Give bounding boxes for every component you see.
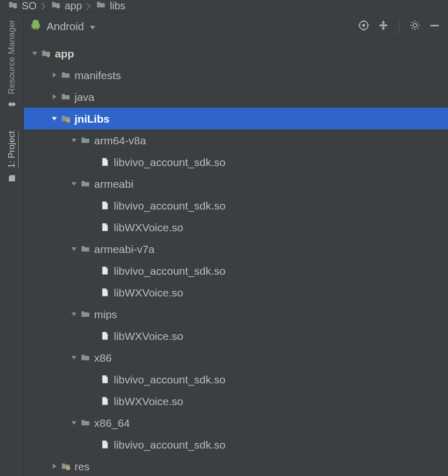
tree-row[interactable]: java [24, 86, 448, 108]
separator [399, 19, 399, 34]
tree-row[interactable]: armeabi-v7a [24, 238, 448, 260]
tree-row[interactable]: jniLibs [24, 108, 448, 129]
tree-row[interactable]: x86 [24, 347, 448, 368]
tree-row[interactable]: libWXVoice.so [24, 216, 448, 238]
folder-icon [79, 179, 92, 188]
breadcrumb-label: SO [22, 0, 37, 12]
expand-arrow-icon [69, 311, 79, 317]
tree-row[interactable]: res [24, 455, 448, 476]
file-icon [98, 374, 112, 384]
folder-icon [59, 70, 72, 80]
folder-icon [79, 244, 92, 254]
tree-row-label: libvivo_account_sdk.so [114, 439, 226, 450]
tree-row[interactable]: x86_64 [24, 412, 448, 434]
tree-row-label: libvivo_account_sdk.so [114, 200, 226, 211]
expand-arrow-icon [30, 51, 39, 56]
tree-row[interactable]: mips [24, 303, 448, 325]
tree-row-label: libWXVoice.so [114, 222, 183, 233]
tree-row[interactable]: libvivo_account_sdk.so [24, 260, 448, 281]
chevron-right-icon [86, 3, 91, 10]
tree-row-label: jniLibs [74, 113, 110, 124]
tab-resource-manager[interactable]: Resource Manager [5, 12, 19, 116]
project-tree[interactable]: appmanifestsjavajniLibsarm64-v8alibvivo_… [24, 40, 448, 476]
tree-row[interactable]: libWXVoice.so [24, 325, 448, 347]
tool-window-strip: Resource Manager 1: Project [0, 12, 24, 476]
tree-row[interactable]: libvivo_account_sdk.so [24, 368, 448, 390]
tab-label: Resource Manager [7, 20, 17, 95]
project-panel-header: Android [24, 12, 448, 40]
tree-row-label: manifests [74, 70, 121, 81]
folder-icon [95, 0, 107, 12]
expand-arrow-icon [50, 463, 59, 469]
settings-button[interactable] [408, 19, 422, 34]
tree-row-label: libvivo_account_sdk.so [114, 265, 226, 276]
chevron-right-icon [41, 3, 46, 10]
breadcrumb-item[interactable]: app [50, 0, 82, 12]
expand-arrow-icon [69, 355, 79, 360]
file-icon [98, 157, 112, 167]
tree-row-label: app [55, 48, 74, 59]
tree-row[interactable]: manifests [24, 64, 448, 86]
tree-row[interactable]: libWXVoice.so [24, 281, 448, 303]
tree-row[interactable]: libvivo_account_sdk.so [24, 434, 448, 455]
module-icon [39, 49, 53, 58]
view-selector-label: Android [47, 20, 84, 33]
tree-row-label: x86 [94, 352, 112, 363]
file-icon [98, 222, 112, 232]
tree-row-label: libWXVoice.so [114, 331, 183, 341]
module-folder-icon [7, 0, 19, 12]
expand-arrow-icon [50, 116, 59, 121]
gear-icon [409, 20, 421, 33]
locate-button[interactable] [356, 19, 371, 34]
collapse-icon [378, 20, 389, 33]
tree-row[interactable]: libWXVoice.so [24, 390, 448, 412]
project-icon [7, 173, 17, 182]
breadcrumb-item[interactable]: SO [7, 0, 37, 12]
tree-row-label: res [74, 461, 89, 472]
collapse-all-button[interactable] [376, 19, 391, 34]
breadcrumb-label: app [65, 0, 82, 12]
tree-row-label: libvivo_account_sdk.so [114, 374, 226, 385]
tree-row[interactable]: app [24, 42, 448, 64]
tab-project[interactable]: 1: Project [5, 124, 19, 190]
folder-res-icon [59, 462, 72, 471]
expand-arrow-icon [50, 72, 59, 78]
tree-row-label: arm64-v8a [94, 135, 146, 146]
file-icon [98, 200, 112, 211]
folder-icon [59, 92, 72, 101]
tree-row-label: armeabi [94, 178, 133, 189]
dropdown-arrow-icon [89, 20, 96, 33]
breadcrumb-item[interactable]: libs [95, 0, 125, 12]
target-icon [358, 20, 369, 33]
tree-row-label: libvivo_account_sdk.so [114, 157, 226, 168]
expand-arrow-icon [69, 138, 79, 143]
module-folder-icon [50, 0, 62, 12]
folder-icon [79, 418, 92, 427]
tree-row[interactable]: arm64-v8a [24, 129, 448, 151]
file-icon [98, 287, 112, 298]
file-icon [98, 331, 112, 341]
tree-row-label: armeabi-v7a [94, 244, 155, 255]
tree-row-label: x86_64 [94, 418, 130, 428]
expand-arrow-icon [50, 94, 59, 100]
android-icon [30, 19, 41, 33]
expand-arrow-icon [69, 181, 79, 186]
folder-icon [79, 353, 92, 362]
tab-label: 1: Project [7, 131, 17, 168]
tree-row-label: libWXVoice.so [114, 287, 183, 298]
file-icon [98, 396, 112, 406]
tree-row[interactable]: armeabi [24, 173, 448, 195]
folder-icon [79, 309, 92, 319]
expand-arrow-icon [69, 420, 79, 425]
project-view-selector[interactable]: Android [30, 19, 96, 33]
tree-row[interactable]: libvivo_account_sdk.so [24, 195, 448, 216]
project-panel: Android appmanifestsjavajniLibsarm64-v8a… [24, 12, 448, 476]
breadcrumb: SO app libs [0, 0, 448, 12]
folder-icon [79, 136, 92, 145]
tree-row-label: libWXVoice.so [114, 396, 183, 407]
hide-button[interactable] [427, 19, 442, 34]
minimize-icon [429, 20, 440, 33]
tree-row-label: mips [94, 309, 117, 320]
tree-row[interactable]: libvivo_account_sdk.so [24, 151, 448, 173]
diamond-icon [7, 100, 17, 109]
